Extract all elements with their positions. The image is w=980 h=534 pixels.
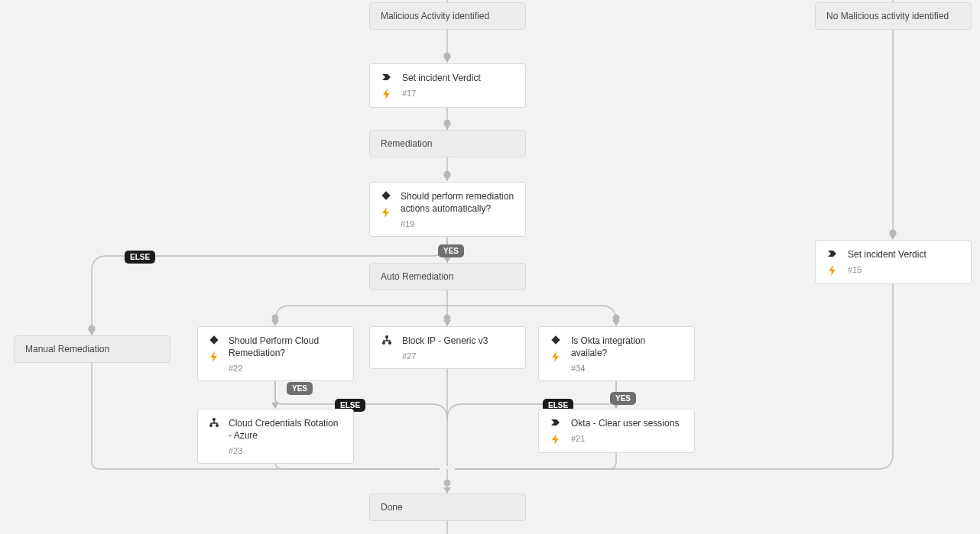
connector-dot <box>444 53 451 60</box>
section-label: Malicious Activity identified <box>381 11 489 21</box>
connector-dot <box>272 315 279 322</box>
connector-dot <box>444 315 451 322</box>
svg-point-2 <box>385 335 388 338</box>
branch-badge-yes: YES <box>287 382 313 395</box>
sitemap-icon <box>381 335 392 345</box>
task-title: Set incident Verdict <box>848 248 926 261</box>
task-should-perform-remediation-auto[interactable]: Should perform remediation actions autom… <box>369 182 526 237</box>
task-title: Block IP - Generic v3 <box>402 335 488 347</box>
svg-rect-0 <box>381 191 390 199</box>
task-index: #17 <box>402 89 481 98</box>
task-title: Okta - Clear user sessions <box>571 417 679 429</box>
sitemap-icon <box>209 417 219 428</box>
diamond-icon <box>209 335 219 345</box>
arrow-tag-icon <box>550 417 561 428</box>
connector-dot <box>89 325 96 332</box>
svg-point-8 <box>216 424 219 427</box>
section-no-malicious-activity[interactable]: No Malicious activity identified <box>815 2 972 30</box>
section-auto-remediation[interactable]: Auto Remediation <box>369 263 526 290</box>
bolt-icon <box>550 351 561 362</box>
task-index: #21 <box>571 434 679 443</box>
bolt-icon <box>381 207 391 218</box>
section-manual-remediation[interactable]: Manual Remediation <box>14 335 170 363</box>
bolt-icon <box>381 89 392 99</box>
arrow-icon <box>271 403 279 409</box>
arrow-tag-icon <box>827 248 838 259</box>
task-cloud-credentials-rotation-azure[interactable]: Cloud Credentials Rotation - Azure #23 <box>197 409 354 464</box>
task-title: Is Okta integration availale? <box>571 335 683 359</box>
task-index: #22 <box>229 364 342 373</box>
section-label: No Malicious activity identified <box>826 11 949 21</box>
section-label: Remediation <box>381 138 432 149</box>
connector-dot <box>444 171 451 178</box>
branch-badge-yes: YES <box>610 392 636 405</box>
section-label: Done <box>381 502 403 513</box>
task-index: #19 <box>401 219 514 228</box>
task-set-incident-verdict-17[interactable]: Set incident Verdict #17 <box>369 63 526 108</box>
branch-badge-else: ELSE <box>125 251 155 264</box>
connector-dot <box>444 480 451 487</box>
svg-rect-1 <box>209 335 218 344</box>
svg-point-4 <box>388 341 391 345</box>
task-index: #23 <box>229 446 342 455</box>
section-label: Auto Remediation <box>381 271 453 282</box>
connector-dot <box>890 230 897 237</box>
arrow-icon <box>443 257 451 263</box>
task-index: #15 <box>848 265 926 274</box>
section-malicious-activity[interactable]: Malicious Activity identified <box>369 2 526 30</box>
task-okta-clear-user-sessions[interactable]: Okta - Clear user sessions #21 <box>538 409 695 453</box>
svg-point-3 <box>382 341 385 345</box>
arrow-tag-icon <box>381 72 392 83</box>
connector-dot <box>444 120 451 127</box>
playbook-canvas[interactable]: { "sections": { "malicious": {"label":"M… <box>0 0 980 534</box>
task-set-incident-verdict-15[interactable]: Set incident Verdict #15 <box>815 240 972 284</box>
bolt-icon <box>550 434 561 445</box>
task-title: Cloud Credentials Rotation - Azure <box>229 417 342 442</box>
task-should-perform-cloud-remediation[interactable]: Should Perform Cloud Remediation? #22 <box>197 326 354 381</box>
diamond-icon <box>381 190 391 201</box>
bolt-icon <box>209 351 219 362</box>
connector-dot <box>613 315 620 322</box>
section-label: Manual Remediation <box>25 344 109 354</box>
task-title: Set incident Verdict <box>402 72 481 84</box>
section-done[interactable]: Done <box>369 494 526 521</box>
task-title: Should Perform Cloud Remediation? <box>229 335 342 359</box>
svg-point-6 <box>213 418 216 421</box>
task-index: #27 <box>402 351 488 361</box>
task-is-okta-integration-available[interactable]: Is Okta integration availale? #34 <box>538 326 695 381</box>
svg-point-7 <box>209 424 213 427</box>
diamond-icon <box>550 335 561 345</box>
task-index: #34 <box>571 364 683 373</box>
task-title: Should perform remediation actions autom… <box>401 190 514 215</box>
svg-rect-5 <box>551 335 560 344</box>
arrow-icon <box>443 487 451 494</box>
bolt-icon <box>827 265 838 276</box>
branch-badge-yes: YES <box>438 244 464 257</box>
task-block-ip-generic-v3[interactable]: Block IP - Generic v3 #27 <box>369 326 526 369</box>
section-remediation[interactable]: Remediation <box>369 130 526 157</box>
